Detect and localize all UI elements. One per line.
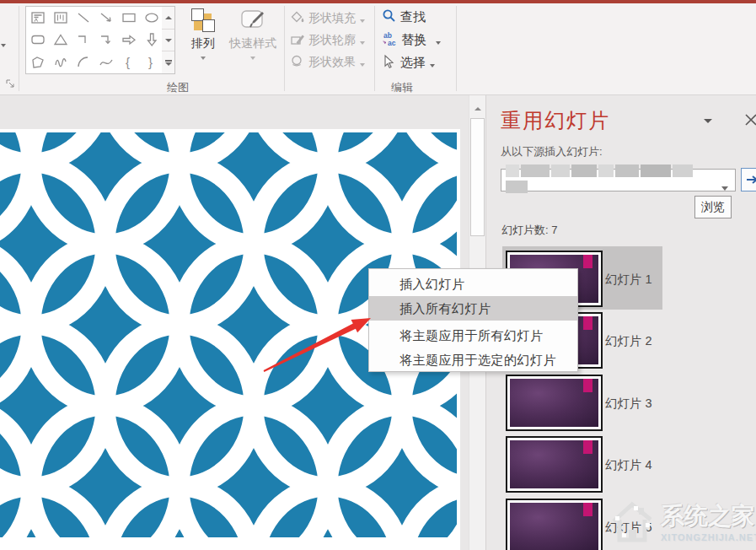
arrange-button[interactable]: 排列 <box>180 8 227 60</box>
gallery-scrollbar <box>162 6 175 74</box>
ribbon-separator <box>19 6 19 91</box>
ribbon: { } 排列 快速样式 <box>0 3 756 95</box>
annotation-arrow <box>253 310 379 378</box>
browse-label: 浏览 <box>701 200 725 215</box>
slide-label-4: 幻灯片 4 <box>605 457 652 473</box>
scrollbar-thumb[interactable] <box>470 118 485 236</box>
arrow-shape-icon[interactable] <box>94 7 117 29</box>
slide-thumbnail-4[interactable] <box>506 436 603 493</box>
down-arrow-shape-icon[interactable] <box>141 29 164 51</box>
go-arrow-button[interactable] <box>741 168 756 191</box>
editing-group-label: 编辑 <box>391 80 413 95</box>
scribble-shape-icon[interactable] <box>49 51 72 73</box>
select-caret-icon <box>430 56 435 70</box>
find-button[interactable]: 查找 <box>382 8 426 25</box>
vertical-text-box-shape-icon[interactable] <box>49 7 72 29</box>
context-menu: 插入幻灯片 插入所有幻灯片 将主题应用于所有幻灯片 将主题应用于选定的幻灯片 <box>368 268 578 372</box>
svg-text:{: { <box>126 55 130 69</box>
quick-styles-button[interactable]: 快速样式 <box>224 8 281 60</box>
arrange-icon <box>190 8 217 34</box>
arc-shape-icon[interactable] <box>72 51 94 73</box>
pane-title: 重用幻灯片 <box>501 107 610 134</box>
cursor-select-icon <box>382 54 396 71</box>
xitongzhijia-logo-icon <box>609 496 656 547</box>
shapes-gallery: { } <box>25 6 164 74</box>
shape-outline-button[interactable]: 形状轮廓 <box>290 32 365 49</box>
arrange-caret-icon <box>201 57 206 60</box>
dialog-launcher-icon[interactable] <box>5 78 16 93</box>
shape-outline-label: 形状轮廓 <box>308 33 356 48</box>
slide-label-2: 幻灯片 2 <box>605 333 652 349</box>
shape-effects-button[interactable]: 形状效果 <box>290 54 365 71</box>
replace-icon: abac <box>382 31 397 49</box>
slide-thumbnail-5[interactable] <box>506 499 603 550</box>
right-arrow-shape-icon[interactable] <box>118 29 141 51</box>
shape-fill-label: 形状填充 <box>308 11 356 26</box>
shape-effects-label: 形状效果 <box>308 55 356 70</box>
watermark: 系统之家 XITONGZHIJIA.NET <box>609 496 756 547</box>
curve-shape-icon[interactable] <box>94 51 117 73</box>
replace-label: 替换 <box>401 32 426 48</box>
combo-caret-icon[interactable] <box>721 179 728 194</box>
rectangle-shape-icon[interactable] <box>118 7 141 29</box>
gallery-scroll-down-button[interactable] <box>162 30 174 52</box>
powerpoint-window: { } 排列 快速样式 <box>0 0 756 550</box>
source-label: 从以下源插入幻灯片: <box>501 144 603 159</box>
ribbon-accent <box>583 316 592 330</box>
menu-item-apply-theme-all[interactable]: 将主题应用于所有幻灯片 <box>369 323 577 348</box>
shape-fill-button[interactable]: 形状填充 <box>290 10 365 27</box>
freeform-shape-icon[interactable] <box>26 51 49 73</box>
slide-label-1: 幻灯片 1 <box>605 272 652 288</box>
quick-styles-icon <box>239 8 267 34</box>
ribbon-separator <box>374 6 375 91</box>
menu-item-apply-theme-selected[interactable]: 将主题应用于选定的幻灯片 <box>369 348 577 372</box>
menu-item-insert-slide[interactable]: 插入幻灯片 <box>369 272 577 296</box>
ribbon-separator <box>456 6 457 91</box>
text-box-shape-icon[interactable] <box>26 7 49 29</box>
left-brace-shape-icon[interactable]: { <box>118 51 141 73</box>
pane-close-icon[interactable] <box>744 113 756 130</box>
watermark-title: 系统之家 <box>661 500 756 532</box>
ribbon-accent <box>583 503 592 516</box>
shape-fill-icon <box>290 10 304 27</box>
left-dropdown-caret[interactable] <box>1 44 6 47</box>
menu-item-insert-all-slides[interactable]: 插入所有幻灯片 <box>369 296 577 321</box>
shape-outline-caret-icon <box>360 34 365 47</box>
triangle-shape-icon[interactable] <box>49 29 72 51</box>
line-shape-icon[interactable] <box>72 7 94 29</box>
elbow-connector-shape-icon[interactable] <box>72 29 94 51</box>
censored-source-path <box>506 164 716 197</box>
shape-fill-caret-icon <box>360 12 365 25</box>
elbow-arrow-connector-shape-icon[interactable] <box>94 29 117 51</box>
find-label: 查找 <box>400 9 426 25</box>
select-button[interactable]: 选择 <box>382 54 435 71</box>
rounded-rectangle-shape-icon[interactable] <box>26 29 49 51</box>
shape-outline-icon <box>290 32 304 49</box>
watermark-domain: XITONGZHIJIA.NET <box>661 532 756 542</box>
pane-menu-caret-icon[interactable] <box>704 119 712 123</box>
select-label: 选择 <box>400 55 426 71</box>
scroll-up-button[interactable] <box>470 102 485 116</box>
shape-effects-caret-icon <box>360 56 365 69</box>
slide-thumbnail-3[interactable] <box>506 375 603 431</box>
shape-effects-icon <box>290 54 304 71</box>
source-combobox[interactable] <box>501 169 736 191</box>
quick-styles-caret-icon <box>250 57 255 60</box>
oval-shape-icon[interactable] <box>141 7 164 29</box>
browse-button[interactable]: 浏览 <box>694 196 732 218</box>
drawing-group-label: 绘图 <box>167 80 189 95</box>
right-arrow-icon <box>746 175 756 185</box>
ribbon-separator <box>284 6 285 91</box>
gallery-more-button[interactable] <box>162 51 174 73</box>
ribbon-accent <box>583 440 592 454</box>
replace-button[interactable]: abac 替换 <box>382 31 441 49</box>
right-brace-shape-icon[interactable]: } <box>141 51 164 73</box>
quick-styles-label: 快速样式 <box>229 36 276 51</box>
slide-label-3: 幻灯片 3 <box>605 396 652 412</box>
arrange-label: 排列 <box>191 36 215 51</box>
svg-text:ac: ac <box>388 39 396 46</box>
search-icon <box>382 8 396 25</box>
gallery-scroll-up-button[interactable] <box>162 7 174 30</box>
ribbon-accent <box>583 379 592 392</box>
svg-text:}: } <box>148 55 153 69</box>
